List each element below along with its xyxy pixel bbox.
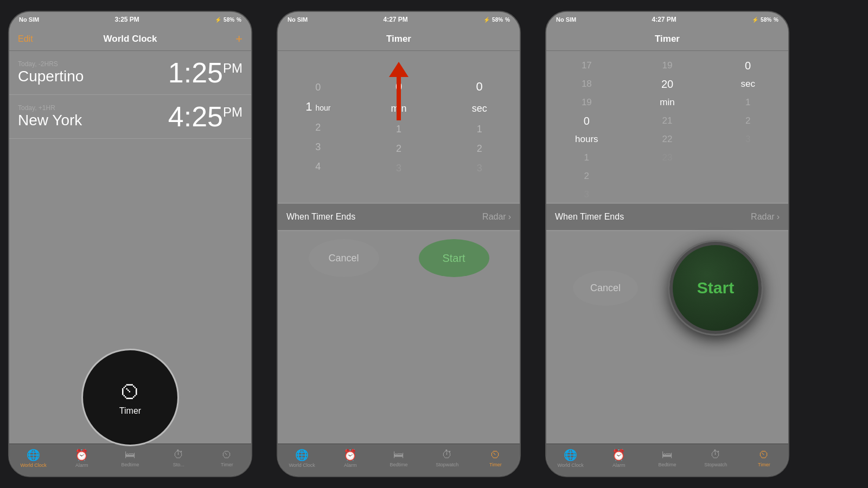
tab-alarm-2[interactable]: ⏰ Alarm — [326, 448, 374, 468]
bedtime-label-1: Bedtime — [121, 462, 139, 467]
bt-icon-2: ⚡ — [483, 17, 490, 23]
nav-bar-1: Edit World Clock + — [9, 27, 251, 51]
hour-selected: 1 hour — [305, 97, 330, 118]
hour-2: 2 — [315, 118, 321, 137]
edit-button[interactable]: Edit — [18, 34, 33, 44]
nav-bar-2: Timer — [278, 27, 520, 51]
sec-3: 3 — [477, 158, 482, 178]
tab-stopwatch-3[interactable]: ⏱ Stopwatch — [692, 448, 740, 467]
hours-col-3[interactable]: 17 18 19 0 hours 1 2 3 — [546, 51, 627, 203]
picker-grid-3[interactable]: 17 18 19 0 hours 1 2 3 19 20 min 21 22 2… — [546, 51, 788, 203]
radar-value-2: Radar › — [482, 212, 511, 222]
sec-1: 1 — [477, 119, 482, 139]
newyork-sub: Today, +1HR — [18, 104, 82, 112]
secs-col-3[interactable]: 0 sec 1 2 3 — [707, 51, 788, 203]
sec-label: sec — [472, 98, 487, 119]
tab-worldclock-3[interactable]: 🌐 World Clock — [546, 448, 595, 468]
cancel-button-3[interactable]: Cancel — [573, 271, 638, 306]
arrow-head — [389, 62, 409, 77]
nav-title-1: World Clock — [104, 34, 157, 44]
tab-alarm-3[interactable]: ⏰ Alarm — [595, 448, 643, 468]
pm-20-selected: 20 — [661, 75, 673, 93]
worldclock-icon-3: 🌐 — [564, 448, 577, 461]
ph-2: 2 — [584, 167, 589, 185]
cancel-button-2[interactable]: Cancel — [309, 239, 379, 277]
timer-buttons-3: Cancel Start — [546, 231, 788, 339]
phone-1: No SIM 3:25 PM ⚡ 58%% Edit World Clock +… — [8, 11, 252, 477]
when-label-3: When Timer Ends — [555, 212, 624, 222]
stopwatch-icon-1: ⏱ — [173, 448, 184, 461]
clock-entry-cupertino: Today, -2HRS Cupertino 1:25PM — [9, 51, 251, 95]
worldclock-label-3: World Clock — [557, 463, 583, 468]
min-3: 3 — [396, 158, 401, 178]
tab-bedtime-1[interactable]: 🛏 Bedtime — [106, 448, 154, 467]
status-left-2: No SIM — [288, 16, 308, 23]
nav-title-3: Timer — [655, 34, 680, 44]
zoom-overlay: ⏲ Timer — [81, 349, 179, 446]
zoom-timer-label: Timer — [119, 406, 141, 416]
alarm-label-3: Alarm — [612, 463, 626, 468]
start-button-3[interactable]: Start — [669, 242, 762, 334]
status-left-3: No SIM — [556, 16, 576, 23]
pm-23: 23 — [662, 149, 673, 167]
worldclock-icon-2: 🌐 — [295, 448, 309, 461]
hours-picker[interactable]: 0 1 hour 2 3 4 — [278, 78, 359, 176]
secs-picker[interactable]: 0 sec 1 2 3 — [439, 76, 520, 178]
phone-2: No SIM 4:27 PM ⚡ 58%% Timer 0 1 hour 2 3… — [277, 11, 521, 477]
tab-stopwatch-2[interactable]: ⏱ Stopwatch — [423, 448, 471, 467]
ps-2: 2 — [745, 112, 750, 130]
hour-4: 4 — [315, 157, 321, 176]
hour-0: 0 — [315, 78, 321, 97]
picker-area-2[interactable]: 0 1 hour 2 3 4 0 min 1 2 3 0 sec 1 2 3 — [278, 51, 520, 203]
tab-timer-3[interactable]: ⏲ Timer — [740, 448, 788, 467]
hour-3: 3 — [315, 137, 321, 157]
add-button[interactable]: + — [235, 32, 242, 46]
worldclock-icon-1: 🌐 — [27, 448, 40, 461]
arrow-body — [397, 77, 401, 120]
status-left-1: No SIM — [19, 16, 39, 23]
pm-19: 19 — [662, 56, 673, 75]
status-time-1: 3:25 PM — [115, 16, 139, 23]
newyork-info: Today, +1HR New York — [18, 104, 82, 129]
chevron-right-icon-3: › — [777, 212, 780, 222]
tab-worldclock-1[interactable]: 🌐 World Clock — [9, 448, 58, 468]
ph-1: 1 — [584, 149, 589, 167]
start-wrap-3: Start — [669, 242, 762, 334]
status-bar-2: No SIM 4:27 PM ⚡ 58%% — [278, 12, 520, 27]
tab-stopwatch-1[interactable]: ⏱ Sto... — [155, 448, 203, 467]
worldclock-label-1: World Clock — [20, 463, 46, 468]
status-bar-3: No SIM 4:27 PM ⚡ 58%% — [546, 12, 788, 27]
tab-timer-1[interactable]: ⏲ Timer — [203, 448, 251, 467]
tab-bar-1: 🌐 World Clock ⏰ Alarm 🛏 Bedtime ⏱ Sto...… — [9, 444, 251, 476]
timer-icon-1: ⏲ — [221, 448, 232, 461]
stopwatch-label-2: Stopwatch — [436, 462, 458, 467]
bedtime-icon-1: 🛏 — [125, 448, 136, 461]
clock-entry-newyork: Today, +1HR New York 4:25PM — [9, 95, 251, 139]
ps-0-selected: 0 — [745, 56, 751, 75]
ph-0-selected: 0 — [584, 112, 590, 130]
alarm-icon-3: ⏰ — [612, 448, 626, 461]
min-1: 1 — [396, 119, 401, 139]
alarm-label-1: Alarm — [75, 463, 88, 468]
stopwatch-icon-3: ⏱ — [710, 448, 721, 461]
alarm-icon-2: ⏰ — [343, 448, 357, 461]
sec-2: 2 — [477, 139, 482, 158]
timer-icon-3: ⏲ — [758, 448, 769, 461]
pm-21: 21 — [662, 112, 673, 130]
tab-timer-2[interactable]: ⏲ Timer — [471, 448, 520, 467]
tab-alarm-1[interactable]: ⏰ Alarm — [58, 448, 106, 468]
stopwatch-label-3: Stopwatch — [704, 462, 727, 467]
timer-label-2: Timer — [489, 462, 502, 467]
start-button-2[interactable]: Start — [419, 239, 489, 277]
status-right-1: ⚡ 58%% — [215, 17, 241, 23]
when-timer-ends-3[interactable]: When Timer Ends Radar › — [546, 203, 788, 230]
mins-col-3[interactable]: 19 20 min 21 22 23 — [627, 51, 708, 203]
chevron-right-icon: › — [508, 212, 511, 222]
status-time-2: 4:27 PM — [384, 16, 408, 23]
ph-19: 19 — [582, 93, 592, 112]
when-timer-ends-2[interactable]: When Timer Ends Radar › — [278, 203, 520, 230]
timer-content-3: 17 18 19 0 hours 1 2 3 19 20 min 21 22 2… — [546, 51, 788, 444]
tab-worldclock-2[interactable]: 🌐 World Clock — [278, 448, 326, 468]
tab-bedtime-3[interactable]: 🛏 Bedtime — [643, 448, 691, 467]
tab-bedtime-2[interactable]: 🛏 Bedtime — [374, 448, 423, 467]
